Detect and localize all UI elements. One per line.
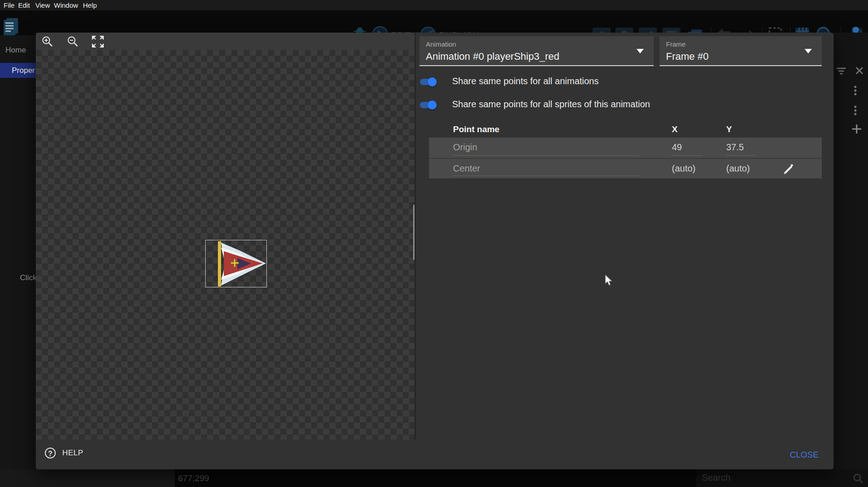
animation-dropdown-label: Animation (426, 40, 456, 48)
point-name-value: Center (453, 163, 480, 174)
properties-hint-text: Click (20, 273, 37, 282)
x-field-underline (671, 155, 701, 156)
search-icon[interactable] (853, 473, 863, 484)
app-window: File Edit View Window Help PREVIEW PUBLI… (0, 0, 868, 487)
chevron-down-icon (805, 49, 812, 53)
points-panel: Animation Animation #0 playerShip3_red F… (416, 33, 834, 439)
menu-help[interactable]: Help (83, 1, 97, 9)
sprite-canvas[interactable] (36, 50, 415, 439)
point-name-header: Point name (453, 124, 499, 134)
x-header: X (672, 124, 678, 134)
zoom-out-icon[interactable] (67, 36, 79, 48)
toggle-thumb (428, 77, 437, 86)
dialog-footer: ? HELP CLOSE (36, 439, 834, 469)
share-points-sprites-label: Share same points for all sprites of thi… (452, 99, 650, 110)
edit-points-dialog: Animation Animation #0 playerShip3_red F… (36, 33, 834, 469)
point-y-value: (auto) (726, 163, 750, 174)
name-field-underline (453, 155, 639, 156)
help-icon: ? (45, 448, 56, 458)
animation-dropdown[interactable]: Animation Animation #0 playerShip3_red (420, 36, 654, 66)
project-file-icon[interactable] (3, 17, 19, 36)
tab-properties[interactable]: Proper (0, 63, 36, 78)
frame-dropdown-value: Frame #0 (666, 51, 709, 62)
canvas-toolbar (36, 33, 415, 50)
search-area (696, 469, 868, 487)
menu-window[interactable]: Window (54, 1, 78, 9)
player-ship-sprite (206, 240, 267, 288)
edit-pencil-icon[interactable] (781, 162, 794, 175)
filter-icon[interactable] (836, 67, 847, 76)
name-field-underline (453, 176, 639, 176)
left-panel (0, 35, 36, 469)
animation-dropdown-value: Animation #0 playerShip3_red (426, 51, 559, 62)
toggle-thumb (428, 100, 437, 110)
cursor-coordinates: 677;299 (178, 473, 209, 483)
tab-home[interactable]: Home (5, 46, 26, 55)
frame-dropdown-label: Frame (666, 40, 685, 48)
add-object-icon[interactable] (852, 124, 862, 134)
more-options-icon[interactable] (854, 85, 857, 96)
main-toolbar: PREVIEW PUBLISH (0, 10, 868, 35)
zoom-in-icon[interactable] (42, 36, 53, 48)
y-field-underline (726, 155, 756, 156)
y-header: Y (726, 124, 732, 134)
points-table: Origin 49 37.5 Center (auto) (auto) (429, 138, 822, 178)
more-options-icon[interactable] (854, 105, 857, 116)
table-row-origin[interactable]: Origin 49 37.5 (429, 138, 822, 158)
tab-properties-label: Proper (12, 66, 35, 75)
search-input[interactable] (701, 472, 837, 483)
frame-dropdown[interactable]: Frame Frame #0 (660, 36, 822, 66)
close-button[interactable]: CLOSE (790, 450, 819, 460)
menu-file[interactable]: File (4, 1, 14, 9)
help-label: HELP (62, 449, 83, 457)
menu-bar: File Edit View Window Help (0, 0, 868, 10)
menu-edit[interactable]: Edit (18, 1, 30, 9)
share-points-animations-toggle[interactable] (420, 79, 435, 85)
point-y-field[interactable]: 37.5 (726, 142, 744, 153)
share-points-sprites-toggle[interactable] (420, 102, 435, 108)
objects-panel-edge (834, 33, 868, 469)
help-button[interactable]: ? HELP (45, 448, 83, 458)
coordinates-strip: 677;299 (175, 469, 696, 487)
mouse-cursor (604, 274, 613, 286)
chevron-down-icon (637, 49, 644, 53)
table-row-center[interactable]: Center (auto) (auto) (429, 158, 822, 178)
share-points-animations-label: Share same points for all animations (452, 76, 599, 86)
close-panel-icon[interactable] (855, 66, 864, 75)
point-x-field[interactable]: 49 (672, 142, 682, 153)
status-bar: 677;299 (0, 469, 868, 487)
menu-view[interactable]: View (35, 1, 50, 9)
canvas-scrollbar[interactable] (413, 205, 415, 260)
fit-to-screen-icon[interactable] (92, 36, 104, 48)
sprite-frame-bounds[interactable] (205, 240, 267, 287)
point-x-value: (auto) (672, 163, 695, 174)
point-name-value: Origin (453, 142, 477, 153)
